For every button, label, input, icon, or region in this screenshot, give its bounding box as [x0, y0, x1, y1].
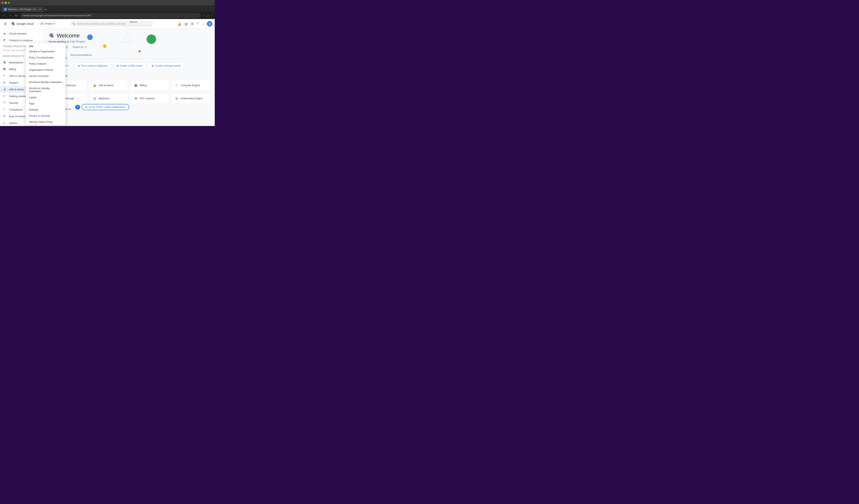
bigquery-button[interactable]: ⊞ Run a query in BigQuery — [74, 62, 110, 69]
reload-button[interactable]: ↻ — [14, 13, 18, 18]
more-button[interactable]: ⋮ — [200, 21, 206, 27]
project-name-link: C4C Project — [70, 40, 85, 43]
active-tab[interactable]: G Welcome – C4C Project – G... ✕ — [2, 7, 43, 12]
billing-icon: ▦ — [3, 67, 7, 71]
cloud-overview-label: Cloud overview — [9, 32, 37, 35]
project-id-item: Project ID: ⎘ — [73, 46, 87, 49]
qa-card-vpc[interactable]: ⊕ VPC network — [130, 93, 169, 104]
sidebar-item-cloud-overview[interactable]: ☁ Cloud overview › — [0, 30, 43, 37]
url-bar[interactable]: console.cloud.google.com/welcome?hl=en&p… — [20, 13, 201, 18]
welcome-title: Welcome — [57, 32, 80, 39]
forward-button[interactable]: → — [8, 13, 13, 18]
project-info: Project number: ⎘ Project ID: ⎘ — [48, 46, 210, 49]
settings-button[interactable]: ⚙ — [190, 21, 195, 27]
address-icons: ☆ ◻ ⋮ — [202, 14, 213, 17]
dropdown-settings[interactable]: Settings — [26, 107, 65, 113]
gke-cluster-button[interactable]: ⊞ Create a GKE cluster — [113, 62, 146, 69]
project-selector[interactable]: C4C Project ▾ — [37, 21, 57, 26]
tab-recommendations[interactable]: Recommendations — [67, 52, 95, 59]
products-icon: ⊞ — [3, 39, 7, 42]
dropdown-tags[interactable]: Tags — [26, 101, 65, 107]
qa-card-billing[interactable]: ▦ Billing — [130, 80, 169, 91]
apis-icon: ≡ — [3, 74, 7, 78]
gc-logo-svg — [11, 21, 15, 26]
bigquery-qa-label: BigQuery — [99, 97, 109, 100]
anthos-icon: △ — [3, 121, 7, 125]
iam-section-header: IAM — [26, 44, 65, 48]
cloud-overview-arrow-icon: › — [40, 32, 40, 35]
terminal-button[interactable]: ▤ — [183, 21, 189, 27]
compute-qa-icon: □ — [175, 83, 179, 87]
bookmark-icon[interactable]: ☆ — [202, 14, 205, 17]
dropdown-policy-troubleshooter[interactable]: Policy Troubleshooter — [26, 55, 65, 61]
quick-access-grid: ≡ APIs & Services 🔒 IAM & Admin ▦ Billin… — [48, 80, 210, 104]
dropdown-identity-aware-proxy[interactable]: Identity-Aware Proxy — [26, 119, 65, 125]
svg-marker-0 — [122, 33, 132, 42]
user-avatar[interactable]: U — [207, 21, 212, 27]
dropdown-roles[interactable]: Roles — [26, 125, 65, 126]
close-dot[interactable] — [2, 2, 3, 4]
search-button[interactable]: Search — [127, 20, 140, 27]
search-bar[interactable]: 🔍 Search (/) for resources, docs, produc… — [70, 20, 153, 27]
getting-started-icon: ▷ — [3, 94, 7, 98]
qa-card-compute[interactable]: □ Compute Engine — [171, 80, 210, 91]
annotation-text: Go to the 'Roles' under IAM&Admin. — [81, 104, 129, 110]
dropdown-labels[interactable]: Labels — [26, 94, 65, 101]
copy-project-number-button[interactable]: ⎘ — [66, 46, 68, 49]
new-tab-button[interactable]: + — [43, 8, 48, 12]
bigquery-label: Run a query in BigQuery — [81, 64, 107, 67]
maximize-dot[interactable] — [8, 2, 10, 4]
security-icon: 🛡 — [3, 101, 7, 105]
more-icon[interactable]: ⋮ — [210, 14, 213, 17]
vpc-qa-icon: ⊕ — [134, 96, 138, 100]
qa-card-bigquery[interactable]: ◎ BigQuery — [89, 93, 128, 104]
search-button-label: Search — [130, 20, 137, 24]
products-arrow-icon: › — [40, 39, 40, 42]
dropdown-policy-analyzer[interactable]: Policy Analyzer — [26, 61, 65, 67]
qa-card-kubernetes[interactable]: ◎ Kubernetes Engine — [171, 93, 210, 104]
project-id-label: Project ID: — [73, 46, 84, 48]
dropdown-privacy-security[interactable]: Privacy & Security — [26, 113, 65, 119]
back-button[interactable]: ← — [2, 13, 6, 18]
dropdown-workforce-identity[interactable]: Workforce Identity Federation — [26, 85, 65, 94]
sidebar-item-products-solutions[interactable]: ⊞ Products & solutions › — [0, 37, 43, 44]
address-bar: ← → ↻ console.cloud.google.com/welcome?h… — [0, 12, 215, 19]
dropdown-workload-identity[interactable]: Workload Identity Federation — [26, 79, 65, 85]
project-name: C4C Project — [40, 22, 53, 25]
logo-text: Google Cloud — [17, 22, 34, 25]
url-text: console.cloud.google.com/welcome?hl=en&p… — [22, 14, 91, 17]
qa-card-iam[interactable]: 🔒 IAM & Admin — [89, 80, 128, 91]
bigquery-icon: ⊞ — [78, 64, 80, 67]
vpc-qa-label: VPC network — [140, 97, 155, 100]
storage-bucket-button[interactable]: ⊞ Create a storage bucket — [148, 62, 184, 69]
minimize-dot[interactable] — [5, 2, 7, 4]
search-placeholder: Search (/) for resources, docs, products… — [77, 22, 125, 25]
annotation-number: 3 — [75, 105, 80, 109]
annotation-bubble: 3 Go to the 'Roles' under IAM&Admin. — [75, 104, 129, 110]
storage-icon: ⊞ — [152, 64, 154, 67]
profile-icon[interactable]: ◻ — [207, 14, 209, 17]
products-label: Products & solutions — [9, 39, 37, 42]
project-link[interactable]: C4C Project — [70, 40, 85, 43]
google-cloud-logo: Google Cloud — [11, 21, 34, 26]
cloud-overview-icon: ☁ — [3, 32, 7, 35]
storage-label: Create a storage bucket — [155, 64, 180, 67]
notifications-button[interactable]: 🔔 — [176, 21, 183, 27]
main-content: Welcome You're working in C4C Project Pr… — [44, 29, 215, 126]
dropdown-chevron-icon: ▾ — [54, 22, 55, 25]
compute-qa-label: Compute Engine — [181, 84, 200, 87]
menu-toggle-button[interactable]: ☰ — [2, 20, 8, 27]
tab-close-button[interactable]: ✕ — [39, 8, 41, 11]
quick-access-title: Quick access — [48, 74, 210, 77]
copy-project-id-button[interactable]: ⎘ — [85, 46, 87, 49]
top-nav-icons: 🔔 ▤ ⚙ ? ⋮ U — [176, 21, 212, 27]
kubernetes-qa-label: Kubernetes Engine — [181, 97, 203, 100]
help-button[interactable]: ? — [196, 21, 200, 27]
dropdown-identity-org[interactable]: Identity & Organization — [26, 48, 65, 55]
dropdown-org-policies[interactable]: Organization Policies — [26, 67, 65, 73]
support-icon: ◎ — [3, 81, 7, 85]
search-icon: 🔍 — [72, 22, 75, 25]
more-products-label: MORE PRODUCTS — [3, 55, 24, 57]
dropdown-service-accounts[interactable]: Service Accounts — [26, 73, 65, 79]
browser-chrome — [0, 0, 215, 5]
